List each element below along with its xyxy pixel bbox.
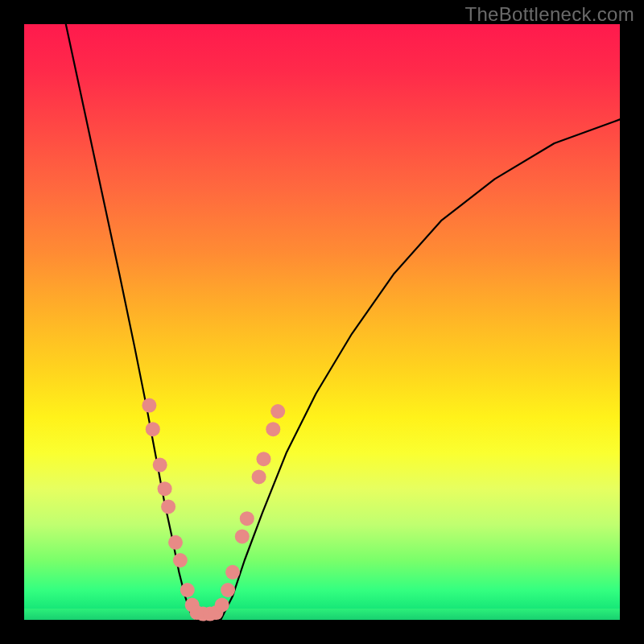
watermark-text: TheBottleneck.com — [464, 3, 634, 26]
highlight-dot — [158, 481, 172, 496]
highlight-dot — [252, 469, 266, 484]
highlight-dot — [270, 404, 285, 419]
chart-frame: TheBottleneck.com — [0, 0, 644, 644]
highlight-dot — [225, 565, 240, 580]
highlight-dot — [161, 499, 175, 514]
curve-layer — [66, 24, 620, 620]
chart-svg — [24, 24, 620, 620]
highlight-dot — [142, 398, 156, 413]
highlight-dot — [266, 422, 280, 436]
highlight-dot — [153, 458, 167, 473]
highlight-dot — [257, 452, 271, 466]
highlight-dot — [173, 553, 188, 568]
highlight-dot — [235, 529, 250, 543]
plot-area — [24, 24, 620, 620]
highlight-dot — [180, 583, 195, 597]
highlight-dot — [240, 511, 254, 526]
highlight-dot — [215, 598, 229, 613]
highlight-dot — [221, 583, 235, 597]
highlight-dot — [168, 535, 183, 550]
bottleneck-curve — [66, 24, 620, 620]
highlight-dot — [146, 422, 160, 436]
